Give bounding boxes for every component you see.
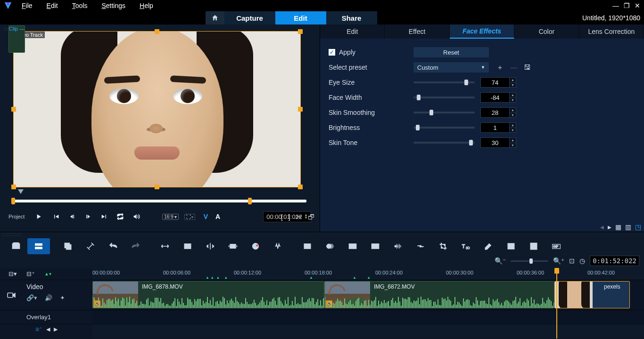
close-icon[interactable]: ✕ bbox=[635, 2, 640, 9]
menu-settings[interactable]: Settings bbox=[101, 2, 125, 9]
track-markers-icon[interactable]: ▲▾ bbox=[44, 271, 51, 276]
panel-expand-icon[interactable]: ◳ bbox=[635, 223, 641, 231]
video-track[interactable]: IMG_6878.MOV🔊IMG_6872.MOV🔊FX★pexels bbox=[92, 280, 644, 310]
track-options-icon[interactable]: ⊟▾ bbox=[8, 270, 17, 277]
multi-trim-button[interactable] bbox=[222, 238, 244, 254]
side-tab-effect[interactable]: Effect bbox=[385, 24, 449, 39]
fit-project-button[interactable] bbox=[154, 238, 176, 254]
resize-handle[interactable] bbox=[298, 29, 303, 34]
aspect-ratio-selector[interactable]: 16:9▾ bbox=[162, 214, 178, 220]
timeline-view-button[interactable] bbox=[27, 238, 50, 254]
3d-title-button[interactable]: T3D bbox=[454, 238, 477, 254]
resize-handle[interactable] bbox=[11, 185, 16, 189]
param-slider[interactable] bbox=[413, 112, 475, 113]
param-spinner[interactable]: ▲▼ bbox=[510, 122, 516, 133]
resize-handle[interactable] bbox=[298, 107, 303, 112]
mask-button[interactable] bbox=[319, 238, 341, 254]
stabilize-button[interactable] bbox=[409, 238, 432, 254]
panel-scroll-left-icon[interactable]: ◀ bbox=[600, 225, 604, 230]
color-button[interactable] bbox=[244, 238, 267, 254]
home-button[interactable] bbox=[206, 11, 224, 24]
tab-edit[interactable]: Edit bbox=[275, 11, 326, 24]
ar-stickers-button[interactable] bbox=[522, 238, 545, 254]
track-link-icon[interactable]: 🔗▾ bbox=[26, 294, 37, 301]
zoom-out-icon[interactable]: 🔍⁻ bbox=[495, 257, 506, 265]
resize-handle[interactable] bbox=[298, 185, 303, 189]
menu-file[interactable]: File bbox=[22, 2, 33, 9]
zoom-slider[interactable] bbox=[511, 260, 548, 262]
param-slider[interactable] bbox=[413, 97, 475, 98]
param-slider[interactable] bbox=[413, 142, 475, 144]
side-tab-color[interactable]: Color bbox=[514, 24, 579, 39]
split-icon[interactable]: ✂ bbox=[296, 213, 302, 221]
fit-timeline-icon[interactable]: ⊡ bbox=[569, 257, 575, 265]
go-end-button[interactable] bbox=[99, 211, 109, 222]
chroma-key-button[interactable] bbox=[500, 238, 522, 254]
track-add-icon[interactable]: ⊟⁺ bbox=[26, 270, 35, 277]
motion-tracking-button[interactable] bbox=[296, 238, 319, 254]
hscroll-left-icon[interactable]: ◀ bbox=[46, 326, 50, 332]
project-clip-toggle[interactable]: Project Clip — bbox=[8, 214, 25, 219]
play-button[interactable] bbox=[32, 210, 45, 223]
param-slider[interactable] bbox=[413, 81, 475, 83]
track-mute-icon[interactable]: 🔊 bbox=[45, 294, 52, 301]
snapshot-icon[interactable]: 🗗 bbox=[308, 213, 315, 221]
timeline-clip[interactable]: IMG_6872.MOV🔊 bbox=[324, 281, 554, 308]
mark-in-icon[interactable]: [ bbox=[281, 213, 283, 221]
preview-scrubber[interactable] bbox=[13, 190, 306, 198]
trim-bar[interactable] bbox=[13, 200, 306, 202]
apply-checkbox[interactable]: ✓ bbox=[329, 49, 335, 56]
undo-button[interactable] bbox=[102, 238, 124, 254]
param-value[interactable]: 1 bbox=[480, 122, 510, 133]
hscroll-right-icon[interactable]: ▶ bbox=[54, 326, 58, 332]
resize-handle[interactable] bbox=[155, 185, 159, 189]
overlay-track[interactable] bbox=[92, 310, 644, 324]
volume-button[interactable] bbox=[131, 211, 141, 222]
tab-capture[interactable]: Capture bbox=[224, 11, 275, 24]
paint-button[interactable] bbox=[477, 238, 500, 254]
step-back-button[interactable] bbox=[67, 211, 77, 222]
step-fwd-button[interactable] bbox=[83, 211, 93, 222]
timeline-clip[interactable]: FX★pexels bbox=[554, 281, 630, 308]
preset-select[interactable]: Custom▼ bbox=[413, 62, 489, 73]
pan-zoom-button[interactable] bbox=[176, 238, 199, 254]
split-screen-button[interactable] bbox=[364, 238, 387, 254]
menu-tools[interactable]: Tools bbox=[72, 2, 88, 9]
duration-icon[interactable]: ◷ bbox=[579, 257, 585, 265]
param-spinner[interactable]: ▲▼ bbox=[510, 107, 516, 118]
overlay-track-header[interactable]: Overlay1 bbox=[0, 310, 92, 324]
timeline-clip[interactable]: IMG_6878.MOV🔊 bbox=[92, 281, 324, 308]
trim-in-handle[interactable] bbox=[11, 198, 15, 204]
trim-out-handle[interactable] bbox=[248, 198, 252, 204]
add-preset-icon[interactable]: ＋ bbox=[496, 63, 504, 72]
go-start-button[interactable] bbox=[51, 211, 61, 222]
minimize-icon[interactable]: — bbox=[612, 2, 619, 9]
speed-button[interactable] bbox=[387, 238, 409, 254]
gif-button[interactable]: GIF bbox=[545, 238, 568, 254]
add-overlay-icon[interactable]: ⎚⁺ bbox=[36, 326, 42, 332]
param-slider[interactable] bbox=[413, 127, 475, 129]
copy-attributes-button[interactable] bbox=[57, 238, 79, 254]
menu-help[interactable]: Help bbox=[140, 2, 153, 9]
track-fx-icon[interactable]: ✦ bbox=[60, 294, 65, 301]
audio-button[interactable] bbox=[267, 238, 289, 254]
side-tab-face-effects[interactable]: Face Effects bbox=[450, 24, 514, 39]
param-spinner[interactable]: ▲▼ bbox=[510, 92, 516, 103]
panel-layout2-icon[interactable]: ▥ bbox=[625, 223, 631, 231]
subtitle-button[interactable] bbox=[341, 238, 364, 254]
tools-button[interactable] bbox=[79, 238, 102, 254]
remove-preset-icon[interactable]: — bbox=[510, 63, 517, 72]
side-tab-edit[interactable]: Edit bbox=[320, 24, 385, 39]
storyboard-view-button[interactable] bbox=[5, 238, 27, 254]
audio-fade-button[interactable]: A bbox=[215, 213, 220, 220]
resize-handle[interactable] bbox=[155, 29, 159, 34]
panel-layout1-icon[interactable]: ▦ bbox=[615, 223, 621, 231]
preview-canvas[interactable]: Video Track bbox=[13, 31, 301, 187]
param-value[interactable]: 28 bbox=[480, 107, 510, 118]
param-value[interactable]: 74 bbox=[480, 77, 510, 88]
side-tab-lens-correction[interactable]: Lens Correction bbox=[579, 24, 644, 39]
video-fade-button[interactable]: V bbox=[204, 213, 208, 220]
video-track-icon[interactable] bbox=[0, 280, 23, 310]
resize-handle[interactable] bbox=[11, 107, 16, 112]
param-value[interactable]: 30 bbox=[480, 137, 510, 148]
